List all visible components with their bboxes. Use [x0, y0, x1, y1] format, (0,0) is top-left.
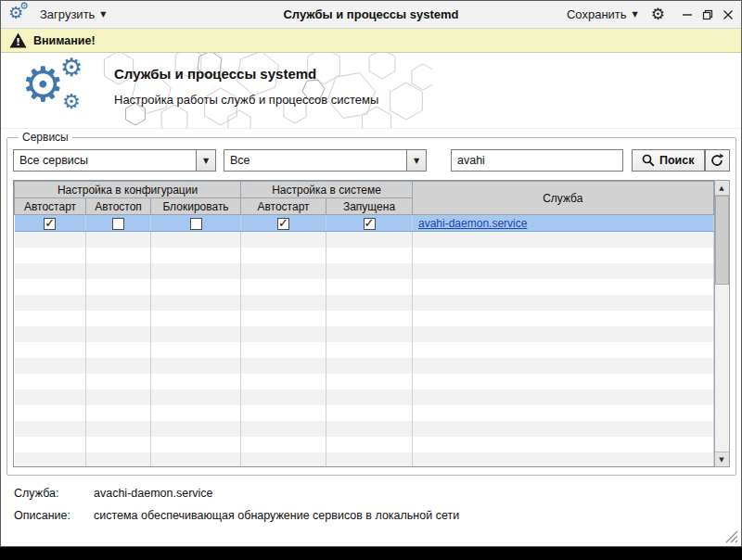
description-detail-value: система обеспечивающая обнаружение серви…: [94, 509, 459, 522]
column-header-block[interactable]: Блокировать: [151, 198, 241, 215]
services-table-wrap: Настройка в конфигурации Настройка в сис…: [13, 180, 730, 467]
service-row[interactable]: avahi-daemon.service: [15, 215, 714, 232]
empty-row: [15, 248, 714, 263]
details-panel: Служба: avachi-daemon.service Описание: …: [1, 476, 741, 522]
service-checkbox[interactable]: [277, 218, 289, 230]
warning-label: Внимание!: [33, 34, 96, 47]
services-panel: Сервисы Все сервисы ▼ Все ▼ Поиск: [6, 131, 736, 476]
group-header-config: Настройка в конфигурации: [15, 182, 241, 198]
state-filter-value: Все: [224, 154, 406, 167]
save-button-label: Сохранить: [567, 7, 627, 21]
scrollbar-thumb[interactable]: [715, 196, 729, 285]
empty-row: [15, 437, 714, 452]
service-checkbox[interactable]: [190, 218, 202, 230]
service-filter-select[interactable]: Все сервисы ▼: [13, 149, 216, 172]
resize-grip[interactable]: [725, 530, 738, 543]
svg-text:!: !: [16, 36, 20, 48]
state-filter-select[interactable]: Все ▼: [224, 149, 427, 172]
empty-row: [15, 405, 714, 421]
header-subtitle: Настройка работы служб и процессов систе…: [114, 93, 378, 107]
empty-row: [15, 358, 714, 374]
column-header-running[interactable]: Запущена: [326, 198, 413, 215]
empty-row: [15, 374, 714, 389]
search-button-label: Поиск: [659, 154, 695, 167]
warning-icon: !: [9, 32, 27, 48]
scrollbar-track[interactable]: [715, 196, 729, 452]
column-header-service[interactable]: Служба: [413, 182, 714, 215]
service-filter-value: Все сервисы: [14, 154, 196, 167]
service-detail-value: avachi-daemon.service: [94, 487, 213, 500]
service-link[interactable]: avahi-daemon.service: [418, 217, 527, 230]
caret-down-icon: ▼: [633, 10, 638, 19]
titlebar: ⚙⚙ Загрузить ▼ Службы и процессы systemd…: [1, 1, 741, 29]
search-button[interactable]: Поиск: [632, 149, 705, 172]
service-checkbox[interactable]: [44, 218, 56, 230]
close-button[interactable]: [723, 9, 734, 20]
app-logo-gears: ⚙ ⚙ ⚙: [21, 58, 101, 125]
load-button-label: Загрузить: [40, 7, 95, 21]
group-header-system: Настройка в системе: [241, 182, 413, 198]
scroll-up-button[interactable]: ▲: [715, 181, 729, 196]
chevron-down-icon[interactable]: ▼: [196, 150, 215, 171]
search-input[interactable]: [451, 149, 623, 172]
settings-gear-icon[interactable]: ⚙: [651, 6, 665, 22]
vertical-scrollbar[interactable]: ▲ ▼: [714, 180, 730, 467]
save-button[interactable]: Сохранить ▼: [567, 7, 638, 21]
empty-row: [15, 232, 714, 248]
empty-row: [15, 452, 714, 468]
app-window: ⚙⚙ Загрузить ▼ Службы и процессы systemd…: [0, 0, 742, 547]
services-table: Настройка в конфигурации Настройка в сис…: [14, 181, 714, 467]
refresh-button[interactable]: [705, 149, 730, 172]
filter-toolbar: Все сервисы ▼ Все ▼ Поиск: [13, 149, 730, 172]
column-header-autostart-config[interactable]: Автостарт: [15, 198, 86, 215]
column-header-autostop[interactable]: Автостоп: [86, 198, 151, 215]
minimize-button[interactable]: [682, 9, 693, 20]
app-header: ⚙ ⚙ ⚙ Службы и процессы systemd Настройк…: [1, 53, 741, 129]
caret-down-icon: ▼: [100, 10, 106, 19]
app-gears-icon: ⚙⚙: [8, 5, 31, 25]
service-checkbox[interactable]: [112, 218, 124, 230]
load-button[interactable]: Загрузить ▼: [40, 7, 107, 21]
service-detail-label: Служба:: [14, 487, 94, 500]
maximize-button[interactable]: [702, 9, 713, 20]
empty-row: [15, 342, 714, 358]
services-legend: Сервисы: [19, 131, 72, 144]
scroll-down-button[interactable]: ▼: [715, 452, 729, 466]
service-checkbox[interactable]: [364, 218, 376, 230]
refresh-icon: [710, 153, 724, 168]
empty-row: [15, 295, 714, 311]
empty-row: [15, 421, 714, 437]
column-header-autostart-system[interactable]: Автостарт: [241, 198, 326, 215]
empty-row: [15, 389, 714, 405]
description-detail-label: Описание:: [14, 509, 94, 522]
empty-row: [15, 279, 714, 295]
empty-row: [15, 311, 714, 326]
warning-bar: ! Внимание!: [1, 29, 741, 53]
services-table-body: avahi-daemon.service: [15, 215, 714, 468]
empty-row: [15, 263, 714, 279]
chevron-down-icon[interactable]: ▼: [406, 150, 426, 171]
window-controls: [682, 9, 734, 20]
empty-row: [15, 326, 714, 342]
search-icon: [642, 154, 655, 167]
header-title: Службы и процессы systemd: [114, 66, 378, 82]
